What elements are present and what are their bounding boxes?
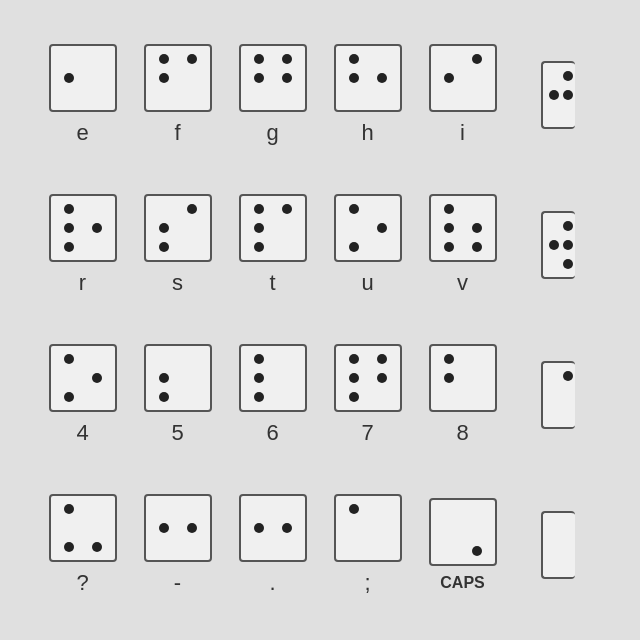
braille-f [144,44,212,112]
key-u[interactable]: u [320,170,415,320]
key-j-partial [510,20,605,170]
key-period[interactable]: . [225,470,320,620]
key-h-label: h [361,120,373,146]
braille-7 [334,344,402,412]
braille-t [239,194,307,262]
key-t[interactable]: t [225,170,320,320]
key-caps[interactable]: CAPS [415,470,510,620]
key-extra-partial [510,470,605,620]
key-5-label: 5 [171,420,183,446]
key-6[interactable]: 6 [225,320,320,470]
key-e[interactable]: e [35,20,130,170]
braille-v [429,194,497,262]
key-dash[interactable]: - [130,470,225,620]
key-caps-label: CAPS [440,574,484,592]
key-question[interactable]: ? [35,470,130,620]
braille-8 [429,344,497,412]
braille-extra-partial [541,511,575,579]
key-h[interactable]: h [320,20,415,170]
key-8-label: 8 [456,420,468,446]
key-f-label: f [174,120,180,146]
key-4[interactable]: 4 [35,320,130,470]
key-i-label: i [460,120,465,146]
key-5[interactable]: 5 [130,320,225,470]
braille-j-partial [541,61,575,129]
braille-question [49,494,117,562]
key-semicolon-label: ; [364,570,370,596]
braille-semicolon [334,494,402,562]
braille-r [49,194,117,262]
key-g-label: g [266,120,278,146]
braille-e [49,44,117,112]
key-semicolon[interactable]: ; [320,470,415,620]
key-v-label: v [457,270,468,296]
braille-caps [429,498,497,566]
key-e-label: e [76,120,88,146]
braille-dash [144,494,212,562]
braille-w-partial [541,211,575,279]
key-s-label: s [172,270,183,296]
braille-h [334,44,402,112]
key-period-label: . [269,570,275,596]
key-6-label: 6 [266,420,278,446]
braille-9-partial [541,361,575,429]
braille-g [239,44,307,112]
keyboard-grid: e f g [25,10,615,630]
key-w-partial [510,170,605,320]
braille-u [334,194,402,262]
key-8[interactable]: 8 [415,320,510,470]
key-i[interactable]: i [415,20,510,170]
key-dash-label: - [174,570,181,596]
braille-i [429,44,497,112]
braille-period [239,494,307,562]
key-t-label: t [269,270,275,296]
braille-6 [239,344,307,412]
key-s[interactable]: s [130,170,225,320]
key-g[interactable]: g [225,20,320,170]
key-u-label: u [361,270,373,296]
key-r[interactable]: r [35,170,130,320]
key-f[interactable]: f [130,20,225,170]
key-r-label: r [79,270,86,296]
key-7-label: 7 [361,420,373,446]
key-7[interactable]: 7 [320,320,415,470]
key-9-partial [510,320,605,470]
braille-s [144,194,212,262]
braille-4 [49,344,117,412]
key-v[interactable]: v [415,170,510,320]
key-4-label: 4 [76,420,88,446]
key-question-label: ? [76,570,88,596]
braille-5 [144,344,212,412]
